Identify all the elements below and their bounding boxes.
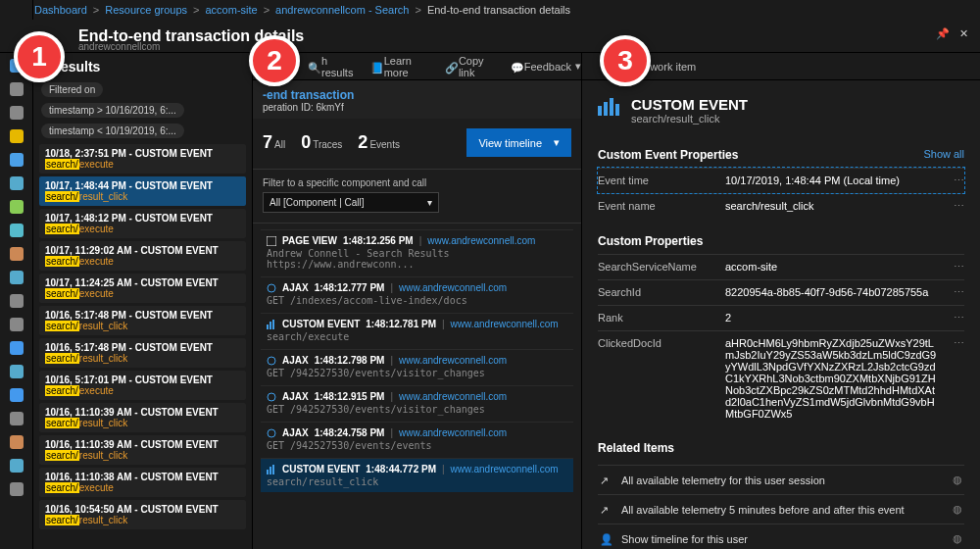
close-icon[interactable]: ✕	[959, 27, 968, 40]
lock-icon[interactable]	[10, 482, 24, 496]
toolbar-feedback[interactable]: 💬Feedback ▾	[511, 60, 581, 73]
svg-rect-14	[615, 104, 619, 116]
filter-pill[interactable]: timestamp > 10/16/2019, 6:...	[41, 103, 184, 118]
transaction-item[interactable]: PAGE VIEW1:48:12.256 PM|www.andrewconnel…	[261, 229, 573, 274]
svg-rect-12	[604, 102, 608, 116]
more-icon[interactable]: ⋯	[954, 261, 964, 274]
callout-2: 2	[249, 35, 300, 86]
globe-icon[interactable]	[10, 153, 24, 167]
more-icon[interactable]: ⋯	[954, 312, 964, 324]
star-icon[interactable]	[10, 129, 24, 143]
cloud-icon[interactable]	[10, 365, 24, 378]
svg-point-6	[268, 393, 275, 401]
stat-events[interactable]: 2Events	[358, 132, 400, 153]
property-row: Rank2⋯	[598, 305, 964, 330]
search-result-item[interactable]: 10/16, 11:10:38 AM - CUSTOM EVENTsearch/…	[39, 468, 246, 497]
more-icon[interactable]: ⋯	[954, 175, 964, 187]
callout-1: 1	[14, 31, 65, 82]
custom-event-icon	[598, 98, 621, 116]
pin-icon[interactable]: 📌	[936, 27, 950, 40]
svg-point-1	[268, 284, 275, 292]
transaction-title: -end transaction	[263, 88, 571, 102]
disk2-icon[interactable]	[10, 271, 24, 284]
transaction-item[interactable]: CUSTOM EVENT1:48:12.781 PM|www.andrewcon…	[261, 313, 573, 347]
transaction-item[interactable]: AJAX1:48:12.915 PM|www.andrewconnell.com…	[261, 385, 573, 420]
svg-point-5	[268, 357, 275, 365]
menu-icon[interactable]	[10, 82, 24, 96]
list-icon[interactable]	[10, 106, 24, 120]
stat-traces[interactable]: 0Traces	[301, 132, 342, 153]
svg-rect-4	[272, 320, 274, 329]
shield-icon[interactable]	[10, 459, 24, 473]
toolbar-copy-link[interactable]: 🔗Copy link	[445, 55, 495, 78]
transaction-item[interactable]: AJAX1:48:12.798 PM|www.andrewconnell.com…	[261, 349, 573, 383]
monitor-icon[interactable]	[10, 341, 24, 355]
toolbar-h-results[interactable]: 🔍h results	[308, 55, 355, 78]
callout-3: 3	[600, 35, 651, 86]
breadcrumb-item[interactable]: Resource groups	[105, 4, 187, 16]
title-bar: End-to-end transaction details andrewcon…	[0, 20, 980, 53]
related-items-list: ↗All available telemetry for this user s…	[582, 463, 980, 549]
property-row: ClickedDocIdaHR0cHM6Ly9hbmRyZXdjb25uZWxs…	[598, 330, 964, 425]
search-result-item[interactable]: 10/16, 11:10:39 AM - CUSTOM EVENTsearch/…	[39, 403, 246, 432]
db-icon[interactable]	[10, 200, 24, 214]
filter-label: Filter to a specific component and call	[263, 177, 571, 188]
monitor2-icon[interactable]	[10, 388, 24, 402]
clock-icon[interactable]	[10, 412, 24, 425]
svg-rect-8	[267, 470, 269, 474]
transaction-item[interactable]: AJAX1:48:12.777 PM|www.andrewconnell.com…	[261, 276, 573, 311]
transaction-panel: 🔍h results📘Learn more🔗Copy link💬Feedback…	[253, 53, 582, 549]
cube-icon[interactable]	[10, 247, 24, 261]
show-all-link[interactable]: Show all	[923, 148, 964, 162]
detail-heading: CUSTOM EVENT	[631, 96, 748, 113]
detail-subheading: search/result_click	[631, 113, 748, 125]
props1-list: Event time10/17/2019, 1:48:44 PM (Local …	[598, 168, 964, 219]
search-result-item[interactable]: 10/17, 1:48:12 PM - CUSTOM EVENTsearch/e…	[39, 209, 246, 238]
page-subtitle: andrewconnellcom	[78, 41, 160, 52]
filtered-on-label: Filtered on	[41, 82, 103, 97]
stat-all[interactable]: 7All	[263, 132, 285, 153]
search-results-heading: h results	[43, 59, 246, 75]
breadcrumb-item: End-to-end transaction details	[427, 4, 570, 16]
breadcrumb-item[interactable]: andrewconnellcom - Search	[275, 4, 409, 16]
disk-icon[interactable]	[10, 176, 24, 190]
component-filter-select[interactable]: All [Component | Call] ▾	[263, 192, 439, 213]
gear-icon[interactable]	[10, 318, 24, 331]
search-result-item[interactable]: 10/16, 11:10:39 AM - CUSTOM EVENTsearch/…	[39, 435, 246, 465]
search-result-item[interactable]: 10/16, 10:54:50 AM - CUSTOM EVENTsearch/…	[39, 500, 246, 529]
breadcrumb-item[interactable]: accom-site	[205, 4, 257, 16]
search-result-item[interactable]: 10/17, 11:24:25 AM - CUSTOM EVENTsearch/…	[39, 274, 246, 303]
transaction-item[interactable]: CUSTOM EVENT1:48:44.772 PM|www.andrewcon…	[261, 458, 573, 492]
toolbar-learn-more[interactable]: 📘Learn more	[370, 55, 429, 78]
filter-pill[interactable]: timestamp < 10/19/2019, 6:...	[41, 124, 184, 138]
transaction-item[interactable]: AJAX1:48:24.758 PM|www.andrewconnell.com…	[261, 422, 573, 456]
search-result-item[interactable]: 10/18, 2:37:51 PM - CUSTOM EVENTsearch/e…	[39, 144, 246, 174]
search-result-item[interactable]: 10/16, 5:17:48 PM - CUSTOM EVENTsearch/r…	[39, 338, 246, 368]
related-item[interactable]: 👤Show timeline for this user◍	[598, 524, 964, 549]
chevron-down-icon: ▾	[427, 197, 432, 208]
search-result-item[interactable]: 10/17, 1:48:44 PM - CUSTOM EVENTsearch/r…	[39, 176, 246, 206]
grid-icon[interactable]	[10, 224, 24, 237]
section-title: Custom Properties	[598, 234, 703, 248]
svg-rect-2	[267, 324, 269, 329]
more-icon[interactable]: ⋯	[954, 286, 964, 299]
section-title: Related Items	[598, 441, 674, 455]
related-item[interactable]: ↗All available telemetry for this user s…	[598, 465, 964, 494]
svg-rect-11	[598, 106, 602, 116]
breadcrumb: Dashboard>Resource groups>accom-site>and…	[0, 0, 980, 20]
more-icon[interactable]: ⋯	[954, 337, 964, 420]
stats-row: 7All0Traces2EventsView timeline▾	[253, 119, 581, 170]
search-result-item[interactable]: 10/16, 5:17:01 PM - CUSTOM EVENTsearch/e…	[39, 371, 246, 400]
view-timeline-button[interactable]: View timeline▾	[466, 128, 571, 157]
breadcrumb-item[interactable]: Dashboard	[34, 4, 87, 16]
more-icon[interactable]: ⋯	[954, 200, 964, 213]
svg-rect-0	[267, 236, 276, 246]
related-item[interactable]: ↗All available telemetry 5 minutes befor…	[598, 494, 964, 524]
square-icon[interactable]	[10, 294, 24, 308]
search-result-item[interactable]: 10/17, 11:29:02 AM - CUSTOM EVENTsearch/…	[39, 241, 246, 271]
property-row: Event namesearch/result_click⋯	[598, 193, 964, 219]
svg-point-7	[268, 429, 275, 437]
tag-icon[interactable]	[10, 435, 24, 449]
search-result-item[interactable]: 10/16, 5:17:48 PM - CUSTOM EVENTsearch/r…	[39, 306, 246, 335]
details-panel: a work item CUSTOM EVENT search/result_c…	[582, 53, 980, 549]
